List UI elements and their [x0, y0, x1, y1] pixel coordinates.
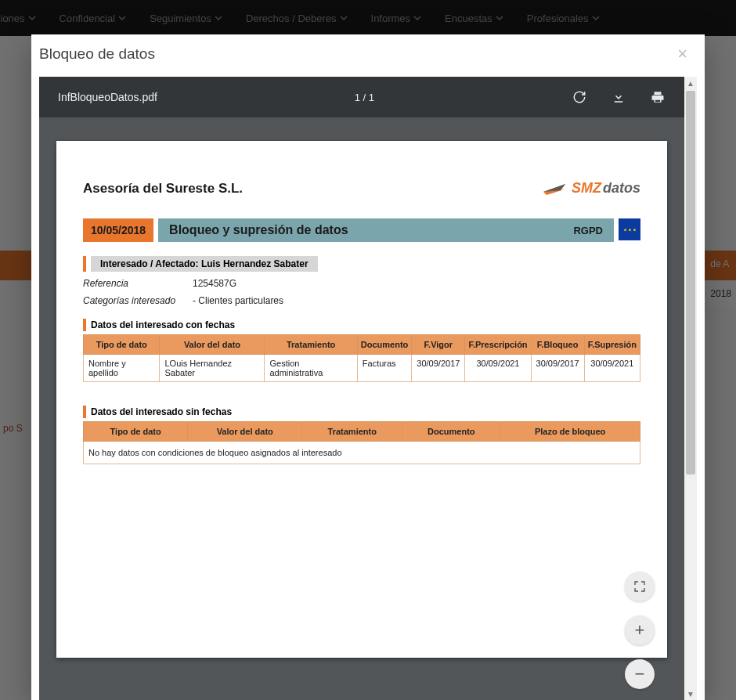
table2-title: Datos del interesado sin fechas — [91, 406, 232, 418]
meta-key: Referencia — [83, 278, 193, 289]
table1-header: Tipo de dato — [84, 335, 160, 355]
zoom-out-icon[interactable]: − — [625, 659, 655, 689]
table-cell: 30/09/2017 — [531, 355, 584, 382]
scroll-up-icon[interactable]: ▲ — [687, 77, 695, 89]
table1-header: F.Vigor — [412, 335, 465, 355]
table2: Tipo de datoValor del datoTratamientoDoc… — [83, 421, 640, 464]
table1-header: F.Prescripción — [465, 335, 531, 355]
table-cell: 30/09/2017 — [412, 355, 465, 382]
pdf-canvas[interactable]: Asesoría del Sureste S.L. SMZdatos 10/05… — [39, 117, 684, 700]
meta-key: Categorías interesado — [83, 295, 193, 306]
table2-header: Tipo de dato — [84, 422, 188, 442]
pdf-filename: InfBloqueoDatos.pdf — [58, 91, 157, 103]
rgpd-label: RGPD — [573, 225, 603, 236]
table2-header: Documento — [402, 422, 500, 442]
close-icon[interactable]: × — [677, 45, 687, 63]
table1-header: Tratamiento — [265, 335, 357, 355]
zoom-in-icon[interactable]: + — [625, 615, 655, 645]
modal-title: Bloqueo de datos — [39, 45, 155, 63]
modal: Bloqueo de datos × InfBloqueoDatos.pdf 1… — [31, 34, 705, 700]
table2-header: Valor del dato — [188, 422, 302, 442]
report-title: Bloqueo y supresión de datos — [169, 223, 348, 237]
table1-header: Valor del dato — [160, 335, 265, 355]
table-cell: LOuis Hernandez Sabater — [160, 355, 265, 382]
table1: Tipo de datoValor del datoTratamientoDoc… — [83, 334, 640, 382]
scrollbar[interactable]: ▲ ▼ — [684, 77, 697, 700]
table2-empty-msg: No hay datos con condiciones de bloqueo … — [84, 442, 640, 464]
table-row: Nombre y apellidoLOuis Hernandez Sabater… — [84, 355, 640, 382]
fit-page-icon[interactable] — [625, 572, 655, 601]
table-cell: Facturas — [357, 355, 412, 382]
table-cell: 30/09/2021 — [465, 355, 531, 382]
meta-value: 1254587G — [193, 278, 236, 289]
table-cell: 30/09/2021 — [584, 355, 640, 382]
pdf-toolbar: InfBloqueoDatos.pdf 1 / 1 — [39, 77, 684, 117]
logo-text-b: datos — [603, 180, 640, 197]
table1-header: Documento — [357, 335, 412, 355]
table2-header: Tratamiento — [302, 422, 402, 442]
logo-text-a: SMZ — [572, 180, 601, 197]
table-cell: Gestion administrativa — [265, 355, 357, 382]
report-date: 10/05/2018 — [83, 218, 153, 242]
pdf-page-indicator: 1 / 1 — [355, 92, 374, 103]
company-name: Asesoría del Sureste S.L. — [83, 181, 243, 197]
scroll-down-icon[interactable]: ▼ — [687, 687, 695, 700]
eu-flag-icon: ⋆⋆⋆ — [619, 218, 640, 240]
scroll-thumb[interactable] — [686, 91, 695, 474]
table1-header: F.Bloqueo — [531, 335, 584, 355]
print-icon[interactable] — [650, 89, 666, 105]
download-icon[interactable] — [611, 89, 626, 105]
table1-header: F.Supresión — [584, 335, 640, 355]
table1-title: Datos del interesado con fechas — [91, 319, 235, 331]
pdf-page: Asesoría del Sureste S.L. SMZdatos 10/05… — [56, 141, 667, 658]
meta-value: - Clientes particulares — [193, 295, 283, 306]
table-cell: Nombre y apellido — [84, 355, 160, 382]
brand-logo: SMZdatos — [542, 180, 640, 197]
table2-header: Plazo de bloqueo — [500, 422, 640, 442]
rotate-icon[interactable] — [572, 89, 587, 105]
affected-chip: Interesado / Afectado: Luis Hernandez Sa… — [91, 256, 318, 272]
